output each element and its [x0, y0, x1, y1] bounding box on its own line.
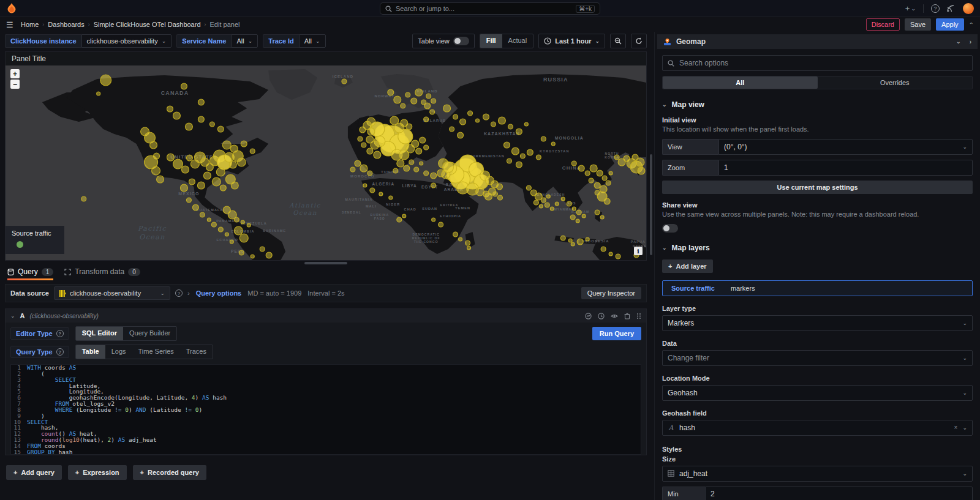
map-marker[interactable]: [453, 114, 458, 119]
map-marker[interactable]: [260, 247, 265, 252]
map-marker[interactable]: [363, 184, 367, 187]
add-menu-button[interactable]: +⌄: [905, 4, 916, 13]
map-marker[interactable]: [241, 220, 244, 224]
map-marker[interactable]: [527, 149, 533, 155]
option-logs[interactable]: Logs: [105, 345, 132, 359]
map-marker[interactable]: [483, 114, 489, 120]
map-marker[interactable]: [590, 165, 597, 172]
editor-type-help-icon[interactable]: ?: [56, 330, 64, 337]
history-icon[interactable]: [598, 313, 605, 319]
map-marker[interactable]: [222, 141, 231, 149]
map-marker[interactable]: [220, 185, 226, 191]
map-marker[interactable]: [230, 240, 233, 244]
map-marker[interactable]: [492, 192, 497, 196]
map-marker[interactable]: [511, 147, 519, 155]
map-marker[interactable]: [217, 126, 224, 132]
help-icon[interactable]: ?: [931, 4, 940, 13]
map-marker[interactable]: [578, 165, 584, 171]
tab-overrides[interactable]: Overrides: [818, 76, 973, 89]
map-marker[interactable]: [212, 177, 221, 186]
map-marker[interactable]: [167, 154, 174, 161]
map-marker[interactable]: [361, 143, 366, 147]
map-marker[interactable]: [585, 171, 590, 176]
zoom-out-time-button[interactable]: [610, 34, 626, 48]
map-marker[interactable]: [420, 137, 426, 143]
location-mode-select[interactable]: Geohash⌄: [662, 385, 973, 401]
map-marker[interactable]: [560, 236, 565, 241]
map-marker[interactable]: [520, 154, 525, 159]
query-inspector-button[interactable]: Query Inspector: [581, 287, 641, 299]
map-marker[interactable]: [431, 173, 437, 179]
map-marker[interactable]: [561, 197, 565, 201]
map-marker[interactable]: [570, 215, 575, 220]
avatar[interactable]: [963, 3, 974, 14]
map-marker[interactable]: [576, 219, 579, 223]
vertical-scrollbar[interactable]: [649, 32, 654, 500]
map-marker[interactable]: [491, 122, 496, 127]
expression-button[interactable]: +Expression: [68, 465, 127, 480]
map-marker[interactable]: [229, 161, 236, 168]
map-marker[interactable]: [368, 128, 375, 135]
map-marker[interactable]: [601, 247, 606, 252]
map-marker[interactable]: [207, 218, 211, 222]
map-marker[interactable]: [516, 162, 522, 168]
map-marker[interactable]: [401, 103, 405, 108]
option-query-builder[interactable]: Query Builder: [123, 327, 176, 340]
map-marker[interactable]: [342, 79, 347, 84]
map-marker[interactable]: [416, 148, 422, 154]
options-search-input[interactable]: Search options: [662, 55, 973, 71]
map-marker[interactable]: [431, 183, 436, 188]
table-view-switch[interactable]: [453, 37, 469, 45]
map-marker[interactable]: [360, 165, 368, 172]
map-marker[interactable]: [247, 223, 251, 227]
map-marker[interactable]: [597, 170, 603, 176]
layer-row[interactable]: Source traffic markers: [662, 280, 973, 296]
map-marker[interactable]: [638, 167, 645, 174]
save-button[interactable]: Save: [905, 18, 931, 31]
map-marker[interactable]: [545, 203, 549, 207]
filter-value-select[interactable]: All⌄: [299, 34, 326, 48]
map-marker[interactable]: [81, 196, 86, 201]
map-marker[interactable]: [595, 190, 600, 195]
map-marker[interactable]: [173, 159, 183, 169]
actual-option[interactable]: Actual: [502, 34, 533, 48]
map-marker[interactable]: [251, 255, 254, 258]
collapse-header-icon[interactable]: ⌃: [969, 21, 974, 28]
map-marker[interactable]: [606, 181, 611, 185]
map-marker[interactable]: [476, 119, 480, 122]
clear-icon[interactable]: ×: [954, 424, 958, 431]
view-field-select[interactable]: (0°, 0°)⌄: [718, 139, 973, 155]
map-marker[interactable]: [589, 178, 594, 183]
map-marker[interactable]: [420, 162, 423, 165]
map-marker[interactable]: [231, 182, 238, 189]
map-marker[interactable]: [609, 252, 612, 256]
map-marker[interactable]: [350, 167, 355, 172]
datasource-picker[interactable]: clickhouse-observability ⌄: [54, 286, 170, 300]
trash-icon[interactable]: [624, 313, 630, 319]
map-marker[interactable]: [415, 89, 423, 96]
map-marker[interactable]: [432, 218, 435, 222]
zoom-field-input[interactable]: 1: [718, 160, 973, 176]
viz-picker[interactable]: Geomap ⌄›: [657, 34, 978, 49]
map-marker[interactable]: [355, 160, 361, 166]
map-marker[interactable]: [266, 252, 272, 258]
map-marker[interactable]: [167, 106, 173, 112]
map-marker[interactable]: [366, 136, 374, 143]
map-marker[interactable]: [430, 110, 435, 114]
layer-type-select[interactable]: Markers⌄: [662, 315, 973, 331]
table-view-toggle[interactable]: Table view: [412, 34, 474, 48]
map-marker[interactable]: [450, 127, 454, 132]
map-marker[interactable]: [582, 214, 586, 218]
map-marker[interactable]: [439, 222, 443, 227]
option-sql-editor[interactable]: SQL Editor: [76, 327, 123, 340]
map-marker[interactable]: [397, 160, 404, 167]
chart-icon[interactable]: [585, 313, 592, 319]
map-marker[interactable]: [173, 112, 180, 119]
map-marker[interactable]: [411, 98, 417, 104]
breadcrumb-item[interactable]: Simple ClickHouse OTel Dashboard: [94, 21, 201, 28]
filter-value-select[interactable]: All⌄: [231, 34, 258, 48]
viz-caret-icon[interactable]: ⌄: [956, 39, 961, 45]
map-marker[interactable]: [571, 242, 575, 246]
map-marker[interactable]: [97, 92, 100, 95]
add-layer-button[interactable]: +Add layer: [662, 259, 713, 273]
